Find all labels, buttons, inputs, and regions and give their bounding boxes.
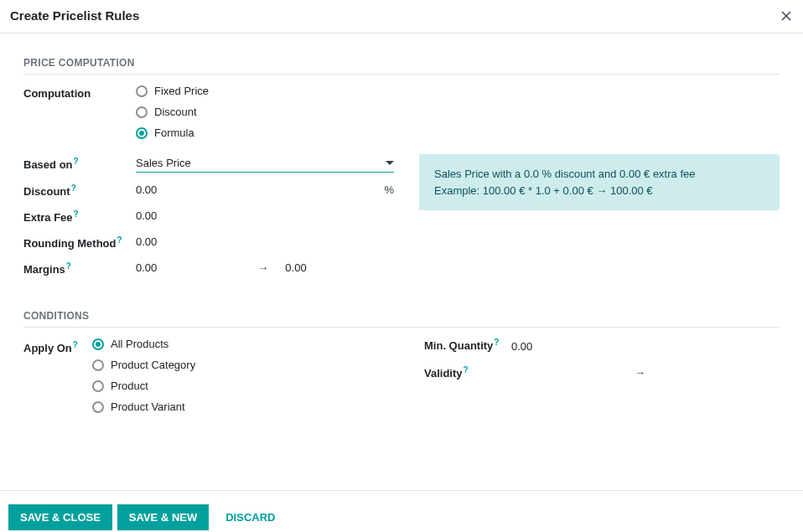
- row-validity: Validity? →: [424, 365, 780, 380]
- arrow-right-icon: →: [257, 261, 268, 274]
- save-new-button[interactable]: SAVE & NEW: [117, 504, 209, 530]
- rounding-method-input[interactable]: 0.00: [136, 233, 399, 251]
- close-icon: [780, 9, 793, 23]
- radio-label: Product: [111, 380, 148, 392]
- radio-icon-selected: [136, 127, 148, 139]
- row-margins: Margins? 0.00 → 0.00: [23, 259, 399, 276]
- radio-icon: [92, 380, 104, 392]
- help-icon[interactable]: ?: [66, 261, 71, 271]
- close-button[interactable]: [780, 9, 793, 23]
- radio-fixed-price[interactable]: Fixed Price: [136, 85, 780, 97]
- row-based-on: Based on? Sales Price: [23, 154, 399, 173]
- radio-label: Fixed Price: [154, 85, 209, 97]
- validity-input[interactable]: →: [511, 365, 780, 380]
- radio-product[interactable]: Product: [92, 380, 399, 392]
- min-quantity-input[interactable]: 0.00: [511, 338, 532, 355]
- arrow-right-icon: →: [635, 366, 645, 379]
- radio-label: Product Variant: [111, 400, 185, 413]
- row-apply-on: Apply On? All Products Product Category: [23, 338, 399, 413]
- help-icon[interactable]: ?: [71, 183, 76, 193]
- modal-header: Create Pricelist Rules: [0, 0, 803, 34]
- row-discount: Discount? 0.00 %: [23, 181, 399, 199]
- help-icon[interactable]: ?: [494, 338, 499, 347]
- label-apply-on: Apply On?: [23, 338, 92, 354]
- computation-options: Fixed Price Discount Formula: [136, 85, 780, 139]
- section-header-conditions: CONDITIONS: [23, 310, 780, 328]
- help-icon[interactable]: ?: [464, 365, 469, 374]
- radio-label: Formula: [154, 127, 194, 139]
- radio-label: Discount: [154, 106, 197, 118]
- formula-info-box: Sales Price with a 0.0 % discount and 0.…: [419, 154, 780, 210]
- radio-icon: [92, 359, 104, 371]
- radio-formula[interactable]: Formula: [136, 127, 780, 139]
- chevron-down-icon: [386, 161, 394, 166]
- label-rounding-method: Rounding Method?: [23, 233, 136, 250]
- radio-icon-selected: [92, 338, 104, 350]
- save-close-button[interactable]: SAVE & CLOSE: [8, 504, 112, 530]
- row-min-quantity: Min. Quantity? 0.00: [424, 338, 780, 355]
- row-extra-fee: Extra Fee? 0.00: [23, 207, 399, 225]
- extra-fee-input[interactable]: 0.00: [136, 207, 399, 225]
- help-icon[interactable]: ?: [117, 235, 122, 245]
- info-line-1: Sales Price with a 0.0 % discount and 0.…: [434, 166, 764, 183]
- radio-all-products[interactable]: All Products: [92, 338, 399, 350]
- label-based-on: Based on?: [23, 154, 136, 171]
- radio-label: Product Category: [111, 359, 195, 371]
- discount-suffix: %: [384, 183, 394, 196]
- radio-product-category[interactable]: Product Category: [92, 359, 399, 371]
- modal-title: Create Pricelist Rules: [10, 8, 139, 23]
- info-line-2: Example: 100.00 € * 1.0 + 0.00 € → 100.0…: [434, 183, 764, 199]
- help-icon[interactable]: ?: [74, 209, 79, 219]
- margin-min-input[interactable]: 0.00: [136, 259, 157, 276]
- label-computation: Computation: [23, 85, 136, 100]
- label-margins: Margins?: [23, 259, 136, 276]
- label-discount: Discount?: [23, 181, 136, 198]
- radio-icon: [92, 401, 104, 413]
- radio-icon: [136, 85, 148, 97]
- radio-discount[interactable]: Discount: [136, 106, 780, 118]
- modal-footer: SAVE & CLOSE SAVE & NEW DISCARD: [0, 490, 803, 532]
- based-on-value: Sales Price: [136, 157, 191, 169]
- label-validity: Validity?: [424, 365, 511, 380]
- radio-product-variant[interactable]: Product Variant: [92, 400, 399, 413]
- label-min-quantity: Min. Quantity?: [424, 338, 511, 355]
- row-computation: Computation Fixed Price Discount Formula: [23, 85, 780, 139]
- row-rounding-method: Rounding Method? 0.00: [23, 233, 399, 251]
- discount-value: 0.00: [136, 181, 157, 199]
- modal-body: PRICE COMPUTATION Computation Fixed Pric…: [0, 34, 803, 490]
- margin-max-input[interactable]: 0.00: [285, 259, 306, 276]
- discount-input[interactable]: 0.00 %: [136, 181, 394, 199]
- help-icon[interactable]: ?: [74, 157, 79, 166]
- discard-button[interactable]: DISCARD: [214, 504, 287, 530]
- label-extra-fee: Extra Fee?: [23, 207, 136, 224]
- radio-icon: [136, 106, 148, 118]
- help-icon[interactable]: ?: [73, 340, 78, 349]
- section-header-computation: PRICE COMPUTATION: [23, 57, 780, 75]
- based-on-select[interactable]: Sales Price: [136, 154, 394, 173]
- radio-label: All Products: [111, 338, 168, 350]
